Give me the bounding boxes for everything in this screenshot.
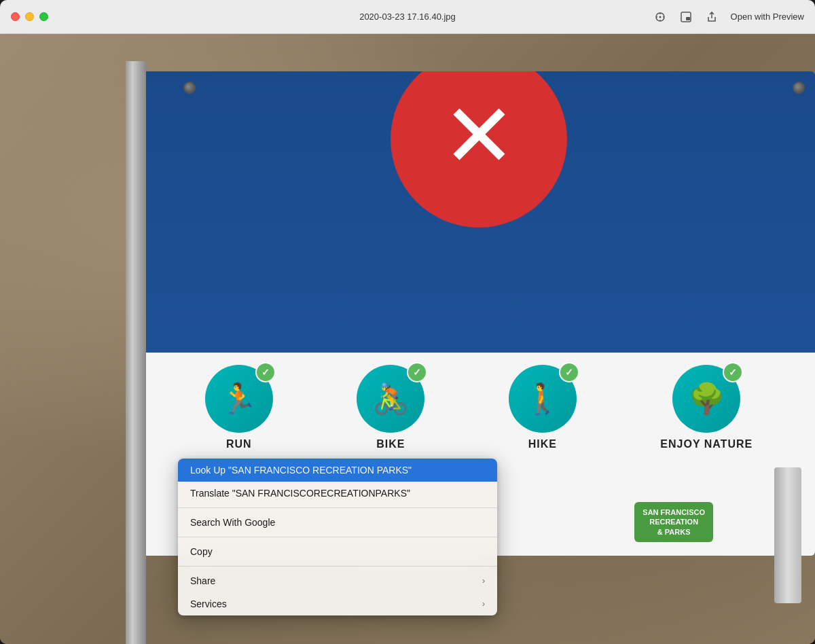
menu-item-search-label: Search With Google	[190, 517, 275, 528]
minimize-button[interactable]	[25, 12, 34, 21]
hike-check: ✓	[559, 362, 579, 382]
metal-pole	[126, 61, 146, 644]
nature-label: ENJOY NATURE	[660, 438, 753, 450]
grommet-top-right	[793, 82, 805, 94]
activity-hike: 🚶 ✓ HIKE	[509, 365, 577, 450]
menu-item-translate[interactable]: Translate "SAN FRANCISCORECREATIONPARKS"	[178, 482, 497, 505]
svg-rect-7	[686, 17, 690, 20]
activity-bike: 🚴 ✓ BIKE	[357, 365, 424, 450]
hike-circle: 🚶 ✓	[509, 365, 577, 433]
sign-blue-area: ✕	[143, 71, 815, 353]
bike-circle: 🚴 ✓	[357, 365, 424, 433]
sf-parks-badge: SAN FRANCISCO RECREATION & PARKS	[634, 502, 713, 542]
nature-circle: 🌳 ✓	[672, 365, 740, 433]
metal-bracket	[774, 467, 801, 603]
titlebar-actions: Open with Preview	[653, 10, 804, 24]
bike-label: BIKE	[376, 438, 405, 450]
menu-item-services-label: Services	[190, 598, 227, 609]
activity-run: 🏃 ✓ RUN	[205, 365, 273, 450]
svg-point-1	[659, 16, 661, 18]
titlebar: 2020-03-23 17.16.40.jpg	[0, 0, 815, 34]
separator-2	[178, 537, 497, 537]
separator-1	[178, 507, 497, 508]
hike-label: HIKE	[528, 438, 557, 450]
maximize-button[interactable]	[39, 12, 48, 21]
menu-item-translate-label: Translate "SAN FRANCISCORECREATIONPARKS"	[190, 488, 410, 499]
image-area: ✕ 🏃 ✓ RUN 🚴 ✓	[0, 34, 815, 644]
context-menu: Look Up "SAN FRANCISCO RECREATION PARKS"…	[178, 459, 497, 615]
sf-badge-line3: & PARKS	[642, 527, 705, 537]
menu-item-share-label: Share	[190, 575, 215, 586]
menu-item-share[interactable]: Share ›	[178, 569, 497, 592]
no-sign-circle: ✕	[391, 71, 567, 228]
menu-item-search[interactable]: Search With Google	[178, 511, 497, 534]
run-label: RUN	[226, 438, 252, 450]
share-arrow-icon: ›	[482, 576, 485, 586]
bike-icon: 🚴	[372, 381, 410, 416]
hike-icon: 🚶	[524, 381, 561, 416]
separator-3	[178, 566, 497, 567]
grommet-top-left	[183, 82, 196, 94]
window-title: 2020-03-23 17.16.40.jpg	[359, 12, 456, 22]
menu-item-copy-label: Copy	[190, 546, 213, 557]
menu-item-services[interactable]: Services ›	[178, 592, 497, 615]
location-icon[interactable]	[653, 10, 667, 24]
menu-item-copy[interactable]: Copy	[178, 540, 497, 563]
activity-nature: 🌳 ✓ ENJOY NATURE	[660, 365, 753, 450]
sf-badge-line1: SAN FRANCISCO	[642, 507, 705, 517]
nature-check: ✓	[723, 362, 743, 382]
menu-item-lookup[interactable]: Look Up "SAN FRANCISCO RECREATION PARKS"	[178, 459, 497, 482]
sf-badge-line2: RECREATION	[642, 517, 705, 526]
window: 2020-03-23 17.16.40.jpg	[0, 0, 815, 644]
pip-icon[interactable]	[679, 10, 693, 24]
bike-check: ✓	[407, 362, 427, 382]
menu-item-lookup-label: Look Up "SAN FRANCISCO RECREATION PARKS"	[190, 465, 412, 476]
run-check: ✓	[255, 362, 276, 382]
share-icon[interactable]	[705, 10, 719, 24]
run-circle: 🏃 ✓	[205, 365, 273, 433]
nature-icon: 🌳	[688, 381, 725, 416]
close-button[interactable]	[11, 12, 20, 21]
traffic-lights	[11, 12, 48, 21]
services-arrow-icon: ›	[482, 599, 485, 609]
x-mark: ✕	[442, 92, 516, 180]
run-icon: 🏃	[220, 381, 257, 416]
background: ✕ 🏃 ✓ RUN 🚴 ✓	[0, 34, 815, 644]
open-with-preview-button[interactable]: Open with Preview	[731, 12, 804, 22]
